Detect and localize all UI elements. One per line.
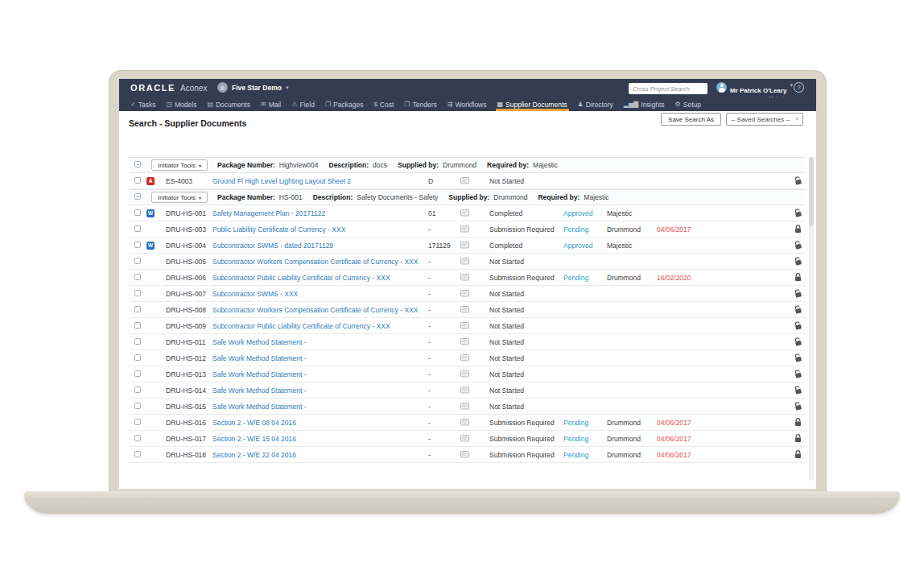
- project-selector[interactable]: ◍ Five Star Demo ▾: [217, 82, 288, 93]
- approval-status-link[interactable]: Pending: [563, 274, 607, 282]
- saved-searches-select[interactable]: -- Saved Searches -- ▾: [726, 113, 803, 126]
- approval-status-link[interactable]: Pending: [563, 451, 607, 459]
- document-title-link[interactable]: Subcontractor SWMS - XXX: [212, 290, 428, 298]
- unlock-icon[interactable]: [784, 402, 805, 411]
- document-title-link[interactable]: Safe Work Method Statement -: [212, 387, 428, 395]
- document-title-link[interactable]: Safe Work Method Statement -: [212, 403, 428, 411]
- document-title-link[interactable]: Subcontractor Workers Compensation Certi…: [212, 258, 428, 266]
- comment-icon[interactable]: [460, 274, 489, 281]
- comment-icon[interactable]: [460, 242, 489, 249]
- document-title-link[interactable]: Safe Work Method Statement -: [212, 354, 428, 362]
- comment-icon[interactable]: [460, 306, 489, 313]
- unlock-icon[interactable]: [784, 176, 805, 185]
- comment-icon[interactable]: [460, 403, 489, 410]
- unlock-icon[interactable]: [784, 370, 805, 378]
- document-title-link[interactable]: Section 2 - W/E 08 04 2016: [212, 419, 428, 427]
- comment-icon[interactable]: [460, 370, 489, 378]
- group-checkbox[interactable]: [134, 161, 141, 167]
- unlock-icon[interactable]: [784, 289, 805, 298]
- approval-status-link[interactable]: Approved: [563, 242, 607, 250]
- row-checkbox[interactable]: [134, 338, 141, 345]
- document-title-link[interactable]: Safe Work Method Statement -: [212, 338, 428, 346]
- comment-icon[interactable]: [460, 419, 489, 426]
- nav-tab-workflows[interactable]: ⇶Workflows: [446, 97, 489, 111]
- approval-status-link[interactable]: Pending: [563, 419, 607, 427]
- document-title-link[interactable]: Subcontractor SWMS - dated 20171129: [212, 242, 428, 250]
- document-title-link[interactable]: Section 2 - W/E 22 04 2016: [212, 451, 428, 459]
- unlock-icon[interactable]: [784, 257, 805, 266]
- comment-icon[interactable]: [460, 290, 489, 297]
- row-checkbox[interactable]: [134, 322, 141, 329]
- initiator-tools-button[interactable]: Initiator Tools▾: [151, 192, 208, 203]
- document-title-link[interactable]: Ground Fl High Level Lighting Layout She…: [212, 177, 428, 185]
- unlock-icon[interactable]: [784, 305, 805, 314]
- row-checkbox[interactable]: [134, 177, 141, 184]
- row-checkbox[interactable]: [134, 387, 141, 393]
- document-title-link[interactable]: Safety Management Plan - 20171122: [212, 209, 428, 217]
- scrollbar-thumb[interactable]: [809, 157, 814, 226]
- row-checkbox[interactable]: [134, 225, 141, 232]
- document-title-link[interactable]: Subcontractor Public Liability Certifica…: [212, 322, 428, 330]
- nav-tab-setup[interactable]: ⚙Setup: [674, 97, 703, 111]
- row-checkbox[interactable]: [134, 242, 141, 248]
- document-title-link[interactable]: Safe Work Method Statement -: [212, 370, 428, 378]
- search-input[interactable]: [629, 85, 713, 93]
- help-icon[interactable]: ?: [794, 82, 804, 93]
- document-title-link[interactable]: Section 2 - W/E 15 04 2016: [212, 435, 428, 443]
- nav-tab-tasks[interactable]: ✓Tasks: [129, 97, 157, 111]
- comment-icon[interactable]: [460, 338, 489, 345]
- nav-tab-mail[interactable]: ✉Mail: [259, 97, 283, 111]
- comment-icon[interactable]: [460, 258, 489, 265]
- row-checkbox[interactable]: [134, 451, 141, 457]
- document-title-link[interactable]: Subcontractor Public Liability Certifica…: [212, 274, 428, 282]
- row-checkbox[interactable]: [134, 274, 141, 280]
- comment-icon[interactable]: [460, 387, 489, 394]
- unlock-icon[interactable]: [784, 209, 805, 217]
- nav-tab-directory[interactable]: ♟Directory: [576, 97, 615, 111]
- initiator-tools-button[interactable]: Initiator Tools▾: [151, 159, 208, 171]
- lock-icon[interactable]: [784, 273, 805, 282]
- comment-icon[interactable]: [460, 177, 489, 184]
- row-checkbox[interactable]: [134, 354, 141, 361]
- package-number-link[interactable]: HS-001: [279, 193, 303, 201]
- row-checkbox[interactable]: [134, 419, 141, 425]
- save-search-as-button[interactable]: Save Search As: [661, 113, 721, 126]
- row-checkbox[interactable]: [134, 403, 141, 409]
- row-checkbox[interactable]: [134, 306, 141, 312]
- lock-icon[interactable]: [784, 434, 805, 443]
- approval-status-link[interactable]: Approved: [563, 209, 607, 217]
- nav-tab-field[interactable]: ⚠Field: [290, 97, 316, 111]
- lock-icon[interactable]: [784, 418, 805, 427]
- document-title-link[interactable]: Subcontractor Workers Compensation Certi…: [212, 306, 428, 314]
- unlock-icon[interactable]: [784, 241, 805, 250]
- approval-status-link[interactable]: Pending: [563, 435, 607, 443]
- nav-tab-models[interactable]: ◳Models: [164, 97, 198, 111]
- group-checkbox[interactable]: [134, 193, 141, 200]
- row-checkbox[interactable]: [134, 370, 141, 377]
- comment-icon[interactable]: [460, 209, 489, 217]
- nav-tab-packages[interactable]: ❐Packages: [324, 97, 365, 111]
- nav-tab-tenders[interactable]: ❒Tenders: [402, 97, 438, 111]
- package-number-link[interactable]: Highview004: [279, 161, 319, 169]
- comment-icon[interactable]: [460, 435, 489, 442]
- approval-status-link[interactable]: Pending: [563, 225, 607, 234]
- document-title-link[interactable]: Public Liability Certificate of Currency…: [212, 225, 428, 234]
- lock-icon[interactable]: [784, 225, 805, 234]
- comment-icon[interactable]: [460, 451, 489, 458]
- comment-icon[interactable]: [460, 354, 489, 362]
- unlock-icon[interactable]: [784, 337, 805, 346]
- row-checkbox[interactable]: [134, 258, 141, 264]
- unlock-icon[interactable]: [784, 354, 805, 362]
- comment-icon[interactable]: [460, 322, 489, 329]
- nav-tab-supplier-documents[interactable]: ▦Supplier Documents: [496, 97, 569, 111]
- unlock-icon[interactable]: [784, 321, 805, 330]
- row-checkbox[interactable]: [134, 290, 141, 296]
- comment-icon[interactable]: [460, 225, 489, 233]
- nav-tab-documents[interactable]: ▤Documents: [205, 97, 252, 111]
- lock-icon[interactable]: [784, 450, 805, 459]
- unlock-icon[interactable]: [784, 386, 805, 395]
- row-checkbox[interactable]: [134, 435, 141, 441]
- scrollbar-track[interactable]: [809, 157, 814, 481]
- nav-tab-insights[interactable]: ▂▅▇Insights: [622, 97, 666, 111]
- row-checkbox[interactable]: [134, 209, 141, 216]
